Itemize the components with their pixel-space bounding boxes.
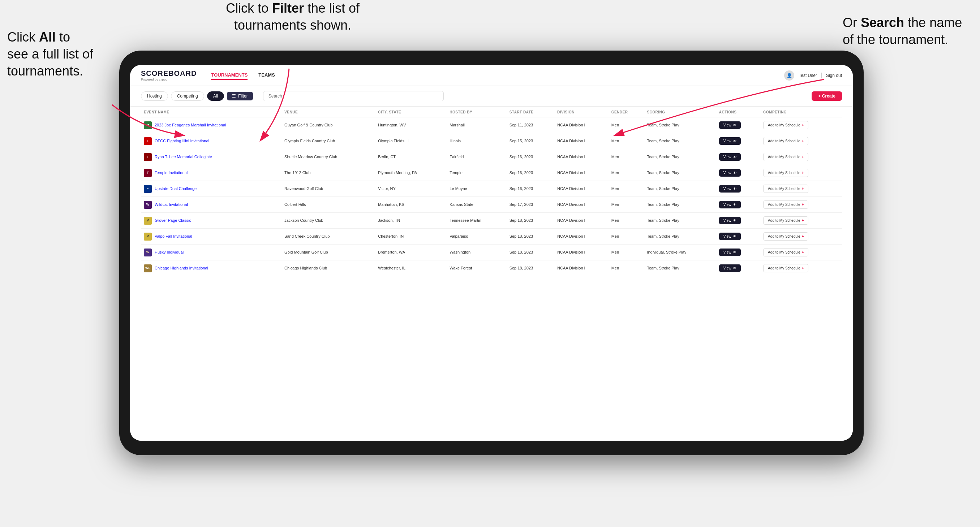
cell-city-5: Manhattan, KS [375,197,447,213]
team-logo-7: V [144,233,152,241]
event-name-5[interactable]: Wildcat Invitational [155,202,188,207]
view-button-8[interactable]: View 👁 [719,249,741,256]
cell-division-3: NCAA Division I [554,165,609,181]
view-button-5[interactable]: View 👁 [719,201,741,208]
add-schedule-button-2[interactable]: Add to My Schedule + [763,153,808,161]
cell-division-1: NCAA Division I [554,133,609,149]
create-button[interactable]: + Create [811,91,842,101]
cell-actions-6: View 👁 [716,213,760,229]
add-schedule-button-3[interactable]: Add to My Schedule + [763,169,808,177]
col-gender: GENDER [609,106,644,117]
view-button-3[interactable]: View 👁 [719,169,741,177]
cell-scoring-7: Team, Stroke Play [644,229,716,244]
add-schedule-button-1[interactable]: Add to My Schedule + [763,137,808,145]
team-logo-0: M [144,121,152,129]
cell-competing-7: Add to My Schedule + [760,229,842,244]
logo-text: SCOREBOARD [141,69,197,78]
table-row: V Valpo Fall Invitational Sand Creek Cou… [141,229,842,244]
event-name-1[interactable]: OFCC Fighting Illini Invitational [155,138,209,144]
cell-event-name-5: W Wildcat Invitational [141,197,282,213]
filter-label: Filter [238,94,248,98]
nav-tab-teams[interactable]: TEAMS [258,71,275,80]
view-button-4[interactable]: View 👁 [719,185,741,192]
filter-button[interactable]: ☰ Filter [227,92,253,100]
sign-out-link[interactable]: Sign out [826,73,842,78]
cell-city-7: Chesterton, IN [375,229,447,244]
add-schedule-button-5[interactable]: Add to My Schedule + [763,200,808,209]
eye-icon-2: 👁 [733,155,737,159]
add-schedule-button-9[interactable]: Add to My Schedule + [763,264,808,272]
tablet-frame: SCOREBOARD Powered by clippd TOURNAMENTS… [119,51,864,455]
add-schedule-button-6[interactable]: Add to My Schedule + [763,216,808,225]
cell-city-4: Victor, NY [375,181,447,197]
cell-start-date-8: Sep 18, 2023 [507,244,554,260]
tab-competing[interactable]: Competing [171,91,204,101]
cell-scoring-9: Team, Stroke Play [644,260,716,276]
cell-start-date-1: Sep 15, 2023 [507,133,554,149]
event-name-8[interactable]: Husky Individual [155,249,184,255]
team-logo-8: W [144,249,152,256]
event-name-0[interactable]: 2023 Joe Feaganes Marshall Invitational [155,122,226,128]
cell-scoring-4: Team, Stroke Play [644,181,716,197]
view-button-7[interactable]: View 👁 [719,233,741,240]
main-content: Hosting Competing All ☰ Filter + Create … [130,86,853,441]
cell-city-1: Olympia Fields, IL [375,133,447,149]
event-name-4[interactable]: Upstate Dual Challenge [155,186,197,191]
cell-actions-9: View 👁 [716,260,760,276]
cell-event-name-6: V Grover Page Classic [141,213,282,229]
tab-hosting[interactable]: Hosting [141,91,168,101]
cell-event-name-4: ~ Upstate Dual Challenge [141,181,282,197]
table-row: W Wildcat Invitational Colbert Hills Man… [141,197,842,213]
search-input[interactable] [263,91,444,101]
tournaments-table: EVENT NAME VENUE CITY, STATE HOSTED BY S… [141,106,842,276]
cell-start-date-9: Sep 18, 2023 [507,260,554,276]
annotation-top: Click to Filter the list of tournaments … [191,0,394,34]
col-city-state: CITY, STATE [375,106,447,117]
divider [821,73,822,78]
eye-icon-6: 👁 [733,219,737,222]
cell-gender-3: Men [609,165,644,181]
cell-hosted-by-0: Marshall [447,117,506,133]
view-button-1[interactable]: View 👁 [719,137,741,145]
cell-hosted-by-6: Tennessee-Martin [447,213,506,229]
col-venue: VENUE [282,106,375,117]
cell-actions-4: View 👁 [716,181,760,197]
event-name-6[interactable]: Grover Page Classic [155,218,191,223]
cell-division-2: NCAA Division I [554,149,609,165]
nav-tab-tournaments[interactable]: TOURNAMENTS [211,71,248,80]
add-schedule-button-7[interactable]: Add to My Schedule + [763,232,808,241]
cell-competing-3: Add to My Schedule + [760,165,842,181]
event-name-3[interactable]: Temple Invitational [155,170,188,176]
event-name-7[interactable]: Valpo Fall Invitational [155,234,192,239]
col-start-date: START DATE [507,106,554,117]
cell-division-6: NCAA Division I [554,213,609,229]
cell-scoring-0: Team, Stroke Play [644,117,716,133]
view-button-9[interactable]: View 👁 [719,264,741,272]
team-logo-1: I [144,137,152,145]
view-button-6[interactable]: View 👁 [719,217,741,224]
view-button-0[interactable]: View 👁 [719,121,741,129]
view-button-2[interactable]: View 👁 [719,153,741,161]
event-name-9[interactable]: Chicago Highlands Invitational [155,265,208,271]
cell-actions-8: View 👁 [716,244,760,260]
cell-division-8: NCAA Division I [554,244,609,260]
eye-icon-9: 👁 [733,266,737,270]
tab-all[interactable]: All [207,91,224,101]
cell-gender-8: Men [609,244,644,260]
event-name-2[interactable]: Ryan T. Lee Memorial Collegiate [155,154,212,160]
cell-venue-4: Ravenwood Golf Club [282,181,375,197]
annotation-left: Click All to see a full list of tourname… [7,29,94,79]
table-row: F Ryan T. Lee Memorial Collegiate Shuttl… [141,149,842,165]
eye-icon-3: 👁 [733,171,737,175]
cell-competing-1: Add to My Schedule + [760,133,842,149]
eye-icon-4: 👁 [733,187,737,191]
cell-hosted-by-1: Illinois [447,133,506,149]
logo-sub: Powered by clippd [141,78,197,81]
add-schedule-button-8[interactable]: Add to My Schedule + [763,248,808,256]
add-schedule-button-0[interactable]: Add to My Schedule + [763,121,808,129]
cell-city-0: Huntington, WV [375,117,447,133]
add-schedule-button-4[interactable]: Add to My Schedule + [763,184,808,193]
table-row: I OFCC Fighting Illini Invitational Olym… [141,133,842,149]
cell-actions-2: View 👁 [716,149,760,165]
cell-division-0: NCAA Division I [554,117,609,133]
